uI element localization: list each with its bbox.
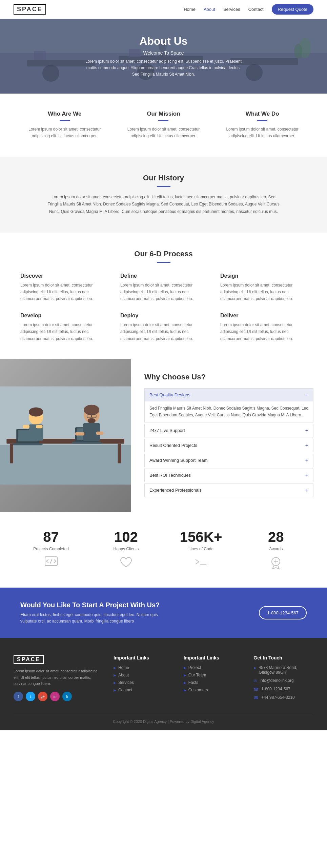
accordion-item-4: Best ROI Techniques +: [144, 469, 313, 482]
footer-phone2-text: +44 987-654-3210: [261, 695, 294, 700]
chevron-icon: ▶: [114, 688, 116, 692]
footer-link-label: Facts: [188, 680, 198, 685]
accordion-icon-0: −: [305, 392, 308, 398]
process-title-3: Develop: [20, 313, 107, 319]
request-quote-button[interactable]: Request Quote: [272, 4, 313, 15]
process-title-0: Discover: [20, 273, 107, 279]
footer-address-text: 4578 Marmora Road, Glasgow 89GR: [259, 665, 313, 675]
about-three-col: Who Are We Lorem ipsum dolor sit amet, c…: [20, 111, 307, 140]
svg-point-32: [84, 405, 99, 415]
footer-col-contact: Get In Touch ● 4578 Marmora Road, Glasgo…: [253, 655, 313, 704]
footer-link-contact[interactable]: ▶ Contact: [114, 688, 173, 692]
svg-point-11: [294, 44, 302, 59]
accordion-label-5: Experienced Professionals: [149, 488, 202, 493]
accordion-label-2: Result Oriented Projects: [149, 443, 197, 448]
hero-title: About Us: [82, 35, 245, 47]
footer-link-services[interactable]: ▶ Services: [114, 680, 173, 685]
facebook-button[interactable]: f: [14, 692, 23, 701]
col2-text: Lorem ipsum dolor sit amet, consectetur …: [119, 126, 208, 140]
why-section: Why Choose Us? Best Quality Designs − Se…: [0, 359, 327, 512]
svg-rect-22: [13, 443, 43, 445]
footer-link-home[interactable]: ▶ Home: [114, 665, 173, 670]
footer-link-label: About: [118, 673, 129, 677]
googleplus-button[interactable]: g+: [38, 692, 47, 701]
svg-rect-19: [118, 443, 121, 463]
chevron-icon: ▶: [184, 688, 186, 692]
stat-number-0: 87: [14, 529, 88, 545]
why-image: [0, 359, 131, 512]
accordion-header-2[interactable]: Result Oriented Projects +: [145, 439, 313, 452]
hero-content: About Us Welcome To Space Lorem ipsum do…: [82, 35, 245, 78]
footer-link-customers[interactable]: ▶ Customers: [184, 688, 244, 692]
process-title-4: Deploy: [120, 313, 207, 319]
footer-col-links1: Important Links ▶ Home ▶ About ▶ Service…: [114, 655, 173, 704]
accordion-header-5[interactable]: Experienced Professionals +: [145, 484, 313, 497]
accordion-label-1: 24x7 Live Support: [149, 428, 185, 433]
cta-text: Would You Like To Start A Project With U…: [20, 601, 169, 625]
history-title: Our History: [27, 174, 300, 182]
process-text-3: Lorem ipsum dolor sit amet, consectetur …: [20, 321, 107, 342]
linkedin-button[interactable]: li: [62, 692, 72, 701]
accordion-header-4[interactable]: Best ROI Techniques +: [145, 469, 313, 482]
accordion-header-0[interactable]: Best Quality Designs −: [145, 389, 313, 401]
svg-point-5: [42, 65, 59, 82]
about-col-3: What We Do Lorem ipsum dolor sit amet, c…: [218, 111, 307, 140]
award-icon: [239, 556, 313, 571]
hero-section: About Us Welcome To Space Lorem ipsum do…: [0, 19, 327, 94]
footer-link-about[interactable]: ▶ About: [114, 673, 173, 677]
svg-rect-39: [96, 432, 103, 435]
svg-rect-29: [23, 425, 29, 428]
instagram-button[interactable]: in: [50, 692, 60, 701]
process-text-1: Lorem ipsum dolor sit amet, consectetur …: [120, 282, 207, 302]
footer-link-our-team[interactable]: ▶ Our Team: [184, 673, 244, 677]
accordion-icon-5: +: [305, 487, 308, 493]
stat-0: 87 Projects Completed: [14, 529, 88, 571]
logo: SPACE: [14, 4, 46, 15]
navbar: SPACE Home About Services Contact Reques…: [0, 0, 327, 19]
phone-icon: ☎: [253, 687, 259, 692]
footer-phone2: ☎ +44 987-654-3210: [253, 695, 313, 700]
footer: SPACE Lorem ipsum dolor sit amet, consec…: [0, 638, 327, 730]
accordion-body-0: Sed Fringilla Mauris Sit Amet Nibh. Done…: [145, 401, 313, 422]
stat-label-2: Lines of Code: [164, 547, 239, 551]
chevron-icon: ▶: [184, 666, 186, 670]
accordion-label-4: Best ROI Techniques: [149, 473, 191, 478]
footer-link-project[interactable]: ▶ Project: [184, 665, 244, 670]
process-item-define: Define Lorem ipsum dolor sit amet, conse…: [120, 273, 207, 302]
nav-about[interactable]: About: [204, 7, 215, 12]
twitter-button[interactable]: t: [26, 692, 35, 701]
col1-text: Lorem ipsum dolor sit amet, consectetur …: [20, 126, 109, 140]
footer-link-label: Customers: [188, 688, 208, 692]
col3-underline: [257, 120, 267, 121]
about-col-2: Our Mission Lorem ipsum dolor sit amet, …: [119, 111, 208, 140]
social-links: f t g+ in li: [14, 692, 103, 701]
nav-contact[interactable]: Contact: [248, 7, 264, 12]
accordion-header-1[interactable]: 24x7 Live Support +: [145, 424, 313, 437]
footer-bottom: Copyright © 2020 Digital Agency | Powere…: [14, 714, 313, 724]
svg-point-27: [29, 407, 43, 416]
email-icon: ✉: [253, 678, 257, 683]
chevron-icon: ▶: [184, 673, 186, 677]
footer-contact-title: Get In Touch: [253, 655, 313, 660]
process-text-0: Lorem ipsum dolor sit amet, consectetur …: [20, 282, 107, 302]
svg-point-33: [88, 418, 96, 423]
process-underline: [157, 262, 170, 263]
process-item-develop: Develop Lorem ipsum dolor sit amet, cons…: [20, 313, 107, 342]
cta-button[interactable]: 1-800-1234-567: [259, 606, 307, 619]
process-item-deliver: Deliver Lorem ipsum dolor sit amet, cons…: [220, 313, 307, 342]
nav-services[interactable]: Services: [223, 7, 240, 12]
footer-link-label: Services: [118, 680, 134, 685]
stat-label-3: Awards: [239, 547, 313, 551]
stat-3: 28 Awards: [239, 529, 313, 571]
chevron-icon: ▶: [114, 666, 116, 670]
footer-link-facts[interactable]: ▶ Facts: [184, 680, 244, 685]
process-section: Our 6-D Process Discover Lorem ipsum dol…: [0, 233, 327, 359]
stat-number-3: 28: [239, 529, 313, 545]
svg-rect-30: [36, 425, 42, 428]
process-title: Our 6-D Process: [20, 250, 307, 258]
nav-home[interactable]: Home: [184, 7, 196, 12]
col2-title: Our Mission: [119, 111, 208, 117]
why-content: Why Choose Us? Best Quality Designs − Se…: [131, 359, 327, 512]
copyright-text: Copyright © 2020 Digital Agency | Powere…: [113, 719, 214, 724]
accordion-header-3[interactable]: Award Winning Support Team +: [145, 454, 313, 467]
